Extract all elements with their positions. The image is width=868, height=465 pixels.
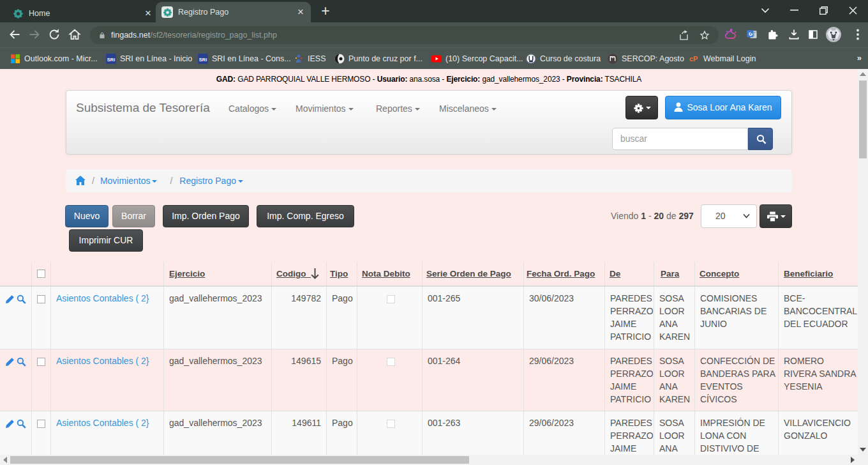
svg-text:cP: cP: [689, 55, 698, 63]
svg-text:SRi: SRi: [107, 57, 116, 63]
svg-text:SRi: SRi: [199, 57, 207, 63]
